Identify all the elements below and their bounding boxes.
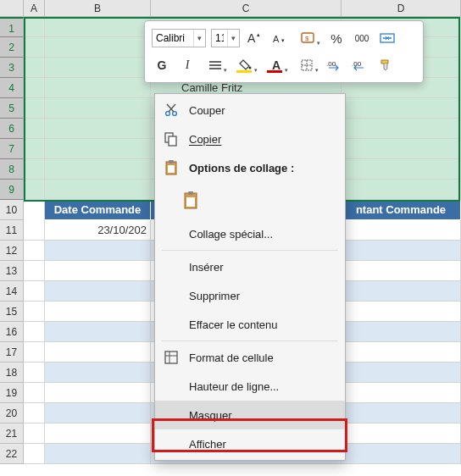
- row-header-15[interactable]: 15: [0, 302, 24, 322]
- row-header-10[interactable]: 10: [0, 200, 24, 220]
- row-header-11[interactable]: 11: [0, 220, 24, 241]
- thousands-icon: 000: [355, 34, 369, 43]
- row-header-20[interactable]: 20: [0, 403, 24, 423]
- col-header-B[interactable]: B: [45, 0, 151, 16]
- row-header-9[interactable]: 9: [0, 180, 24, 200]
- svg-text:A: A: [273, 34, 280, 44]
- column-headers-row: A B C D: [0, 0, 461, 17]
- row-header-21[interactable]: 21: [0, 423, 24, 444]
- cell-B11[interactable]: 23/10/202: [45, 220, 151, 241]
- italic-icon: I: [186, 58, 190, 72]
- row-header-7[interactable]: 7: [0, 139, 24, 159]
- row-header-5[interactable]: 5: [0, 98, 24, 119]
- svg-point-11: [166, 112, 170, 116]
- menu-row-height-label: Hauteur de ligne...: [162, 380, 279, 393]
- accounting-icon: $: [301, 32, 316, 44]
- menu-unhide-label: Afficher: [162, 438, 226, 451]
- row-header-3[interactable]: 3: [0, 58, 24, 78]
- fill-color-button[interactable]: [233, 56, 258, 75]
- svg-text:.00: .00: [326, 60, 336, 68]
- row-header-8[interactable]: 8: [0, 159, 24, 180]
- copy-icon: [162, 130, 181, 148]
- col-header-A[interactable]: A: [24, 0, 45, 16]
- bold-icon: G: [158, 58, 167, 72]
- borders-button[interactable]: [294, 56, 319, 75]
- decrease-font-icon: A▾: [273, 31, 288, 45]
- svg-text:A: A: [247, 31, 256, 45]
- menu-copy-label: Copier: [189, 133, 221, 146]
- menu-paste-default[interactable]: [155, 182, 345, 219]
- menu-cut-label: Couper: [189, 104, 225, 117]
- comma-format-button[interactable]: 000: [352, 29, 372, 47]
- menu-clear-contents[interactable]: Effacer le contenu: [155, 310, 345, 339]
- row-header-16[interactable]: 16: [0, 322, 24, 342]
- menu-cut[interactable]: Couper: [155, 96, 345, 125]
- svg-rect-19: [188, 191, 193, 195]
- align-icon: [208, 60, 222, 70]
- font-color-button[interactable]: A: [264, 56, 289, 75]
- paste-icon: [182, 191, 201, 210]
- menu-hide[interactable]: Masquer: [155, 401, 345, 429]
- accounting-format-button[interactable]: $: [296, 29, 321, 47]
- svg-point-12: [173, 112, 177, 116]
- menu-insert-label: Insérer: [162, 261, 223, 274]
- row-header-18[interactable]: 18: [0, 363, 24, 383]
- font-size-combo[interactable]: ▾: [211, 29, 240, 47]
- font-name-input[interactable]: [153, 30, 193, 47]
- col-header-D[interactable]: D: [342, 0, 461, 16]
- menu-separator: [162, 250, 338, 251]
- cell-B1[interactable]: [45, 17, 151, 37]
- menu-row-height[interactable]: Hauteur de ligne...: [155, 372, 345, 401]
- row-header-2[interactable]: 2: [0, 37, 24, 58]
- svg-text:▾: ▾: [281, 37, 285, 43]
- align-button[interactable]: [203, 56, 228, 75]
- format-painter-button[interactable]: [375, 56, 396, 75]
- format-cells-icon: [162, 348, 181, 367]
- chevron-down-icon[interactable]: ▾: [193, 30, 205, 47]
- menu-paste-special[interactable]: Collage spécial...: [155, 219, 345, 248]
- svg-text:$: $: [305, 35, 309, 42]
- row-header-14[interactable]: 14: [0, 281, 24, 302]
- context-menu: Couper Copier Options de collage : Colla…: [154, 93, 346, 461]
- row-header-6[interactable]: 6: [0, 119, 24, 139]
- row-header-12[interactable]: 12: [0, 241, 24, 261]
- bold-button[interactable]: G: [152, 56, 172, 75]
- svg-rect-14: [169, 136, 176, 146]
- row-header-13[interactable]: 13: [0, 261, 24, 281]
- select-all-corner[interactable]: [0, 0, 24, 16]
- clipboard-icon: [162, 158, 181, 177]
- col-header-C[interactable]: C: [151, 0, 342, 16]
- menu-separator: [162, 340, 338, 341]
- menu-paste-options: Options de collage :: [155, 153, 345, 182]
- decrease-decimal-button[interactable]: .00: [350, 56, 370, 75]
- svg-rect-16: [169, 160, 174, 163]
- increase-font-icon: A▴: [247, 31, 263, 45]
- merge-center-button[interactable]: [377, 29, 397, 47]
- format-painter-icon: [379, 58, 392, 72]
- font-name-combo[interactable]: ▾: [152, 29, 206, 47]
- row-header-19[interactable]: 19: [0, 383, 24, 403]
- row-header-1[interactable]: 1: [0, 17, 24, 37]
- font-size-input[interactable]: [212, 30, 227, 47]
- row-header-22[interactable]: 22: [0, 444, 24, 464]
- increase-font-button[interactable]: A▴: [245, 29, 265, 47]
- menu-paste-options-label: Options de collage :: [189, 162, 294, 174]
- header-montant-commande[interactable]: ntant Commande: [342, 200, 461, 220]
- menu-format-cells[interactable]: Format de cellule: [155, 343, 345, 372]
- row-header-17[interactable]: 17: [0, 342, 24, 363]
- menu-insert[interactable]: Insérer: [155, 252, 345, 281]
- menu-unhide[interactable]: Afficher: [155, 429, 345, 458]
- menu-delete[interactable]: Supprimer: [155, 281, 345, 310]
- percent-format-button[interactable]: %: [326, 29, 347, 47]
- cell-A1[interactable]: [24, 17, 45, 37]
- italic-button[interactable]: I: [177, 56, 197, 75]
- increase-decimal-button[interactable]: .00: [325, 56, 345, 75]
- menu-copy[interactable]: Copier: [155, 125, 345, 153]
- svg-text:.00: .00: [352, 60, 362, 68]
- header-date-commande[interactable]: Date Commande: [45, 200, 151, 220]
- chevron-down-icon[interactable]: ▾: [227, 30, 239, 47]
- row-header-4[interactable]: 4: [0, 78, 24, 98]
- decrease-font-button[interactable]: A▾: [270, 29, 291, 47]
- menu-delete-label: Supprimer: [162, 290, 240, 302]
- increase-decimal-icon: .00: [326, 58, 343, 72]
